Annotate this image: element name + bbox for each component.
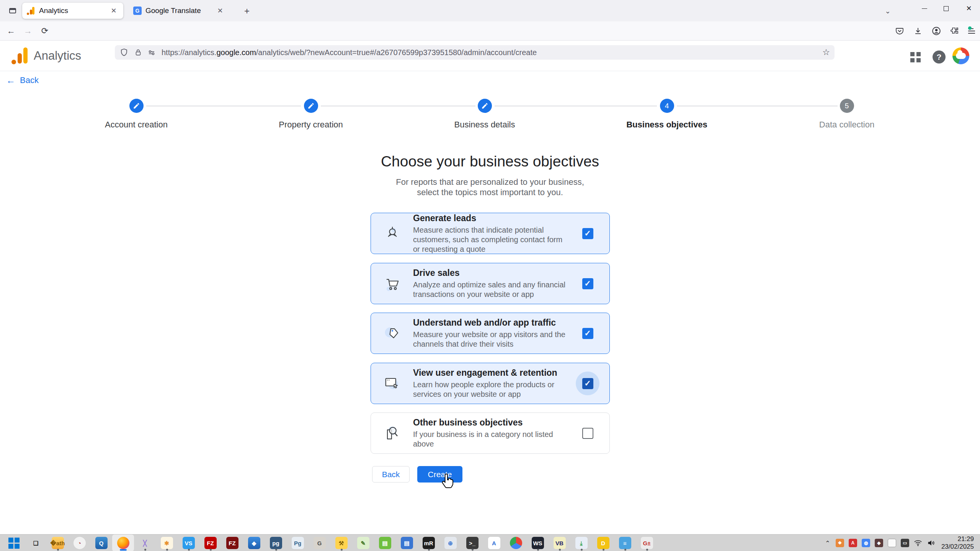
taskbar-defender[interactable]: ◆	[243, 535, 265, 551]
tray-app-color[interactable]: ❖	[833, 535, 846, 551]
taskbar-vbnet[interactable]: VB	[549, 535, 570, 551]
page-title: Choose your business objectives	[0, 153, 980, 170]
tracking-shield-icon[interactable]	[119, 48, 129, 57]
checkbox-user-engagement[interactable]: ✓	[582, 378, 593, 389]
taskbar-tools-app[interactable]: ⚒	[330, 535, 352, 551]
taskbar-search-app[interactable]: Q	[90, 535, 112, 551]
step-property-creation[interactable]: 2 Property creation	[253, 99, 368, 130]
checkbox-drive-sales[interactable]: ✓	[582, 278, 593, 289]
apps-grid-icon[interactable]	[907, 49, 923, 65]
tray-app-dark[interactable]: ◆	[872, 535, 885, 551]
step-data-collection[interactable]: 5 Data collection	[789, 99, 904, 130]
step-business-details[interactable]: 3 Business details	[427, 99, 542, 130]
tab-close-icon[interactable]: ✕	[109, 6, 119, 16]
tray-acrobat[interactable]: A	[846, 535, 859, 551]
taskbar-notepad-app[interactable]: ≡	[614, 535, 636, 551]
taskbar-crypt-lock[interactable]: ⤓	[570, 535, 592, 551]
taskbar-xnview[interactable]: ✱	[156, 535, 178, 551]
taskbar-purple-x-app[interactable]: ╳	[134, 535, 156, 551]
volume-icon[interactable]	[924, 535, 938, 551]
form-back-button[interactable]: Back	[372, 466, 410, 483]
taskbar-notes-app[interactable]: ✎	[352, 535, 374, 551]
taskbar-chrome[interactable]	[505, 535, 527, 551]
taskbar-filezilla[interactable]: FZ	[199, 535, 221, 551]
taskbar-gimp[interactable]: G	[309, 535, 330, 551]
taskbar-start[interactable]	[3, 535, 25, 551]
taskbar-gimp-glyph: G	[314, 537, 326, 549]
taskbar-pgadmin-glyph: pg	[270, 537, 282, 549]
bookmark-star-icon[interactable]: ☆	[822, 47, 830, 57]
taskbar-filezilla-server[interactable]: FZ	[221, 535, 243, 551]
taskbar-file-explorer[interactable]: �ath	[47, 535, 69, 551]
forward-nav-icon[interactable]: →	[21, 24, 34, 37]
taskbar-task-view[interactable]: ❏	[25, 535, 47, 551]
lock-icon[interactable]	[134, 48, 142, 57]
url-text[interactable]: https://analytics.google.com/analytics/w…	[162, 48, 819, 57]
checkbox-understand-traffic[interactable]: ✓	[582, 328, 593, 339]
window-minimize-button[interactable]	[915, 0, 934, 17]
tray-keyboard[interactable]: ▭	[898, 535, 911, 551]
tray-app-blue[interactable]: ◍	[859, 535, 872, 551]
new-tab-button[interactable]: +	[241, 5, 253, 17]
tab-analytics[interactable]: Analytics ✕	[22, 3, 123, 19]
back-link[interactable]: ← Back	[6, 75, 39, 86]
step-circle: 5	[840, 99, 854, 113]
permissions-icon[interactable]	[147, 48, 156, 57]
taskbar-webstorm[interactable]: WS	[527, 535, 549, 551]
user-avatar[interactable]	[952, 47, 969, 64]
downloads-icon[interactable]	[911, 24, 925, 37]
taskbar-search-app-glyph: Q	[95, 537, 108, 549]
card-description: Learn how people explore the products or…	[413, 380, 570, 399]
list-all-tabs-icon[interactable]: ⌄	[882, 5, 893, 17]
taskbar-mremoteng[interactable]: mR	[418, 535, 439, 551]
taskbar-cyberduck-glyph: D	[597, 537, 609, 549]
taskbar-compass-a-app[interactable]: A	[483, 535, 505, 551]
tray-window-white[interactable]	[885, 535, 898, 551]
checkbox-other-objectives[interactable]	[582, 428, 593, 439]
card-understand-traffic[interactable]: Understand web and/or app traffic Measur…	[371, 313, 610, 354]
window-maximize-button[interactable]	[936, 0, 956, 17]
url-bar[interactable]: https://analytics.google.com/analytics/w…	[115, 45, 835, 60]
step-circle: 3	[478, 99, 492, 113]
help-icon[interactable]: ?	[931, 49, 947, 65]
taskbar-server-globe[interactable]: ⊕	[439, 535, 461, 551]
back-nav-icon[interactable]: ←	[5, 24, 18, 37]
extensions-puzzle-icon[interactable]	[948, 24, 962, 37]
window-close-button[interactable]: ✕	[959, 0, 978, 17]
card-description: If your business is in a category not li…	[413, 430, 570, 449]
card-generate-leads[interactable]: Generate leads Measure actions that indi…	[371, 213, 610, 254]
step-account-creation[interactable]: 1 Account creation	[79, 99, 194, 130]
taskbar-gitextensions[interactable]: G±	[636, 535, 658, 551]
taskbar-writer-app[interactable]: ▤	[396, 535, 418, 551]
card-user-engagement[interactable]: View user engagement & retention Learn h…	[371, 363, 610, 404]
page-subtitle: For reports that are personalized to you…	[0, 177, 980, 197]
reload-icon[interactable]: ⟳	[38, 24, 51, 37]
account-icon[interactable]	[929, 24, 943, 37]
taskbar-vscode[interactable]: VS	[178, 535, 199, 551]
checkbox-generate-leads[interactable]: ✓	[582, 228, 593, 239]
checkbox-wrap: ✓	[576, 272, 599, 295]
menu-hamburger-icon[interactable]	[965, 24, 978, 37]
card-description: Analyze and optimize sales and any finan…	[413, 280, 570, 299]
taskbar-calc-app[interactable]: ▤	[374, 535, 396, 551]
taskbar-firefox[interactable]	[112, 535, 134, 551]
card-other-objectives[interactable]: Other business objectives If your busine…	[371, 412, 610, 454]
card-description: Measure your website or app visitors and…	[413, 330, 570, 349]
card-drive-sales[interactable]: Drive sales Analyze and optimize sales a…	[371, 263, 610, 304]
taskbar-compass-app[interactable]: ◔	[69, 535, 90, 551]
firefox-view-icon[interactable]	[6, 5, 19, 17]
pocket-icon[interactable]	[893, 24, 906, 37]
taskbar-clock[interactable]: 21:29 23/02/2025	[938, 535, 980, 551]
tab-close-icon[interactable]: ✕	[215, 6, 225, 16]
taskbar-pgadmin[interactable]: pg	[265, 535, 287, 551]
taskbar-compass-a-app-glyph: A	[488, 537, 500, 549]
taskbar-server-globe-glyph: ⊕	[444, 537, 457, 549]
taskbar-terminal[interactable]: >_	[461, 535, 483, 551]
step-business-objectives[interactable]: 4 Business objectives	[609, 99, 724, 130]
tray-app-dark-glyph: ◆	[875, 539, 883, 547]
taskbar-postgresql[interactable]: Pg	[287, 535, 309, 551]
tray-overflow-chevron[interactable]: ⌃	[822, 540, 833, 547]
network-icon[interactable]	[911, 535, 924, 551]
tab-google-translate[interactable]: G Google Translate ✕	[129, 3, 230, 19]
taskbar-cyberduck[interactable]: D	[592, 535, 614, 551]
